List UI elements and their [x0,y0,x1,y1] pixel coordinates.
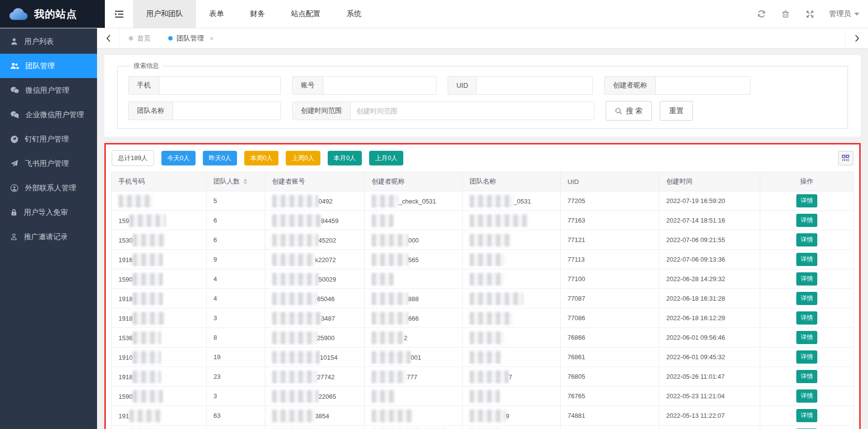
topnav-item-0[interactable]: 用户和团队 [133,0,196,28]
stat-badge-0[interactable]: 总计189人 [112,150,154,166]
team-size-cell: 4 [206,289,265,308]
stat-badge-6[interactable]: 上月0人 [369,151,403,165]
sidebar-item-3[interactable]: 企业微信用户管理 [0,102,97,127]
table-row: 1916338549748812022-05-13 11:22:07详情 [112,406,854,426]
fullscreen-button[interactable] [798,0,822,28]
creator-nickname-cell: 565 [364,250,462,269]
team-name-cell [462,328,560,347]
detail-button[interactable]: 详情 [796,194,817,207]
redacted-blur [372,351,411,364]
redacted-blur [272,409,315,422]
created-time-cell: 2022-07-06 09:13:36 [659,250,760,269]
sidebar-item-6[interactable]: 外部联系人管理 [0,176,97,200]
account-input[interactable] [323,77,436,94]
created-time-cell: 2022-07-14 18:51:16 [659,211,760,230]
phone-cell: 1918 [112,367,207,387]
column-settings-button[interactable] [838,151,853,165]
team-name-input[interactable] [173,102,280,120]
detail-button[interactable]: 详情 [796,389,817,403]
uid-field-label: UID [448,77,477,94]
topnav-item-1[interactable]: 表单 [196,0,237,28]
tab-home[interactable]: 首页 [120,28,159,48]
redacted-blur [272,253,315,266]
redacted-blur [372,390,395,403]
detail-button[interactable]: 详情 [796,350,817,364]
sidebar-item-1[interactable]: 团队管理 [0,54,97,78]
detail-button[interactable]: 详情 [796,272,817,286]
created-time-cell: 2022-06-01 09:56:46 [659,328,760,347]
tabs-scroll-right-button[interactable] [845,28,868,48]
sidebar-item-5[interactable]: 飞书用户管理 [0,151,97,176]
stat-badge-5[interactable]: 本月0人 [328,151,362,165]
contacts-icon [10,184,19,192]
stat-badge-1[interactable]: 今天0人 [161,151,196,165]
detail-button[interactable]: 详情 [796,370,817,383]
detail-button[interactable]: 详情 [796,409,817,422]
invite-icon [10,233,18,241]
account-field-group: 账号 [292,76,436,95]
topnav-item-3[interactable]: 站点配置 [278,0,334,28]
creator-nickname-cell [364,406,462,426]
sort-icon[interactable] [243,179,247,184]
column-header-5: UID [560,172,659,191]
creator-nickname-cell: 000 [364,230,462,250]
date-range-input[interactable] [351,102,594,120]
sidebar-item-2[interactable]: 微信用户管理 [0,78,97,102]
detail-button[interactable]: 详情 [796,292,817,305]
stat-badge-2[interactable]: 昨天0人 [203,151,237,165]
trash-button[interactable] [773,0,798,28]
creator-nickname-input[interactable] [656,77,750,94]
sidebar-item-label: 外部联系人管理 [25,184,76,193]
sidebar-item-4[interactable]: 钉钉用户管理 [0,127,97,151]
topnav-item-4[interactable]: 系统 [334,0,375,28]
team-icon [10,62,19,70]
stat-badge-4[interactable]: 上周0人 [286,151,320,165]
creator-account-cell: k22072 [265,250,365,269]
column-header-7: 操作 [760,172,854,191]
action-cell: 详情 [760,387,854,406]
redacted-blur [470,312,513,325]
admin-menu[interactable]: 管理员 [829,9,859,19]
detail-button[interactable]: 详情 [796,214,817,227]
team-size-cell: 19 [206,347,265,367]
sidebar-item-7[interactable]: 用户导入免审 [0,200,97,225]
created-time-cell: 2022-05-23 11:21:04 [659,387,760,406]
column-header-6: 创建时间 [659,172,760,191]
team-name-cell [462,230,560,250]
sidebar-item-label: 微信用户管理 [25,86,69,95]
redacted-blur [372,409,413,422]
sidebar-item-8[interactable]: 推广邀请记录 [0,225,97,249]
column-header-1[interactable]: 团队人数 [206,172,265,191]
app-window: 我的站点 用户和团队表单财务站点配置系统 [0,0,868,429]
search-button[interactable]: 搜 索 [606,101,652,121]
topnav-item-2[interactable]: 财务 [237,0,278,28]
phone-field-label: 手机 [129,77,159,94]
tabs-scroll-left-button[interactable] [97,28,120,48]
sidebar-item-0[interactable]: 用户列表 [0,29,97,54]
phone-input[interactable] [159,77,280,94]
detail-button[interactable]: 详情 [796,253,817,266]
redacted-blur [470,253,505,266]
close-tab-icon[interactable]: × [210,35,214,42]
team-size-cell: 63 [206,406,265,426]
reset-button[interactable]: 重置 [660,101,693,121]
refresh-icon [757,10,766,18]
stat-badge-3[interactable]: 本周0人 [244,151,278,165]
sidebar-collapse-button[interactable] [105,0,133,28]
detail-button[interactable]: 详情 [796,311,817,325]
redacted-blur [470,331,504,344]
detail-button[interactable]: 详情 [796,331,817,344]
redacted-blur [129,409,161,422]
created-time-cell: 2022-06-01 09:45:32 [659,347,760,367]
fullscreen-icon [806,10,814,18]
team-name-cell: _0531 [462,191,560,211]
account-field-label: 账号 [293,77,323,94]
detail-button[interactable]: 详情 [796,233,817,246]
phone-cell: 1918 [112,308,207,328]
refresh-button[interactable] [749,0,773,28]
chevron-right-icon [855,35,859,42]
uid-input[interactable] [477,77,592,94]
redacted-blur [133,331,161,344]
tab-team-management[interactable]: 团队管理 × [159,28,222,48]
redacted-blur [272,331,317,344]
